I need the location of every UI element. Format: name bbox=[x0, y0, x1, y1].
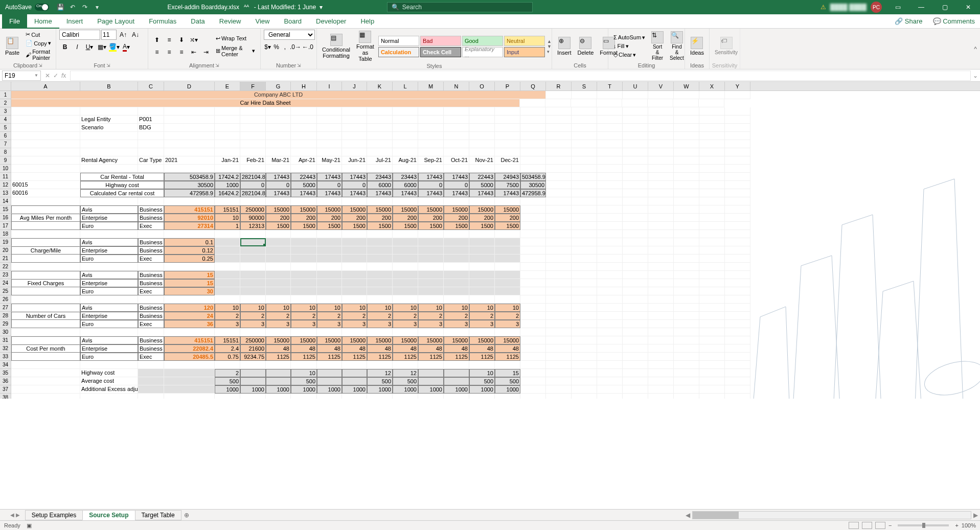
row-header-29[interactable]: 29 bbox=[0, 320, 11, 328]
zoom-out-icon[interactable]: − bbox=[888, 522, 892, 528]
modified-dropdown-icon[interactable]: ▾ bbox=[320, 4, 323, 11]
font-color-button[interactable]: A▾ bbox=[121, 42, 132, 52]
row-header-15[interactable]: 15 bbox=[0, 205, 11, 214]
row-header-25[interactable]: 25 bbox=[0, 287, 11, 295]
sheet-nav-icons[interactable]: ◀ ▶ bbox=[10, 512, 20, 518]
spreadsheet-grid[interactable]: ABCDEFGHIJKLMNOPQRSTUVWXY 1Company ABC L… bbox=[0, 82, 980, 399]
orientation-icon[interactable]: ⤭▾ bbox=[188, 35, 199, 45]
sheet-tab-setup-examples[interactable]: Setup Examples bbox=[25, 510, 83, 520]
wrap-text-button[interactable]: ↩Wrap Text bbox=[214, 35, 257, 42]
col-header-F[interactable]: F bbox=[240, 82, 266, 90]
tab-review[interactable]: Review bbox=[212, 14, 248, 29]
row-header-2[interactable]: 2 bbox=[0, 99, 11, 107]
borders-button[interactable]: ▦▾ bbox=[96, 42, 107, 52]
row-header-30[interactable]: 30 bbox=[0, 328, 11, 336]
paste-button[interactable]: 📋Paste bbox=[3, 36, 21, 57]
styles-down-icon[interactable]: ▼ bbox=[547, 44, 552, 49]
row-header-14[interactable]: 14 bbox=[0, 197, 11, 205]
find-select-button[interactable]: 🔍Find & Select bbox=[668, 30, 686, 62]
col-header-M[interactable]: M bbox=[418, 82, 444, 90]
row-header-34[interactable]: 34 bbox=[0, 361, 11, 369]
row-header-21[interactable]: 21 bbox=[0, 255, 11, 263]
maximize-icon[interactable]: ▢ bbox=[933, 0, 956, 14]
font-name-select[interactable] bbox=[59, 30, 100, 40]
row-header-10[interactable]: 10 bbox=[0, 165, 11, 173]
merge-center-button[interactable]: ⊞Merge & Center ▾ bbox=[214, 44, 257, 58]
row-header-35[interactable]: 35 bbox=[0, 369, 11, 377]
tab-file[interactable]: File bbox=[2, 14, 27, 29]
col-header-S[interactable]: S bbox=[572, 82, 597, 90]
col-header-U[interactable]: U bbox=[623, 82, 648, 90]
warning-icon[interactable]: ⚠ bbox=[821, 4, 826, 11]
clear-button[interactable]: ◇ Clear ▾ bbox=[611, 51, 647, 59]
alignment-launcher[interactable]: ⇲ bbox=[215, 63, 219, 68]
comma-icon[interactable]: , bbox=[281, 42, 289, 52]
col-header-G[interactable]: G bbox=[266, 82, 291, 90]
align-top-icon[interactable]: ⬆ bbox=[151, 35, 163, 45]
row-header-6[interactable]: 6 bbox=[0, 132, 11, 140]
comments-button[interactable]: 💬 Comments bbox=[928, 17, 980, 25]
inc-decimal-icon[interactable]: .0→ bbox=[290, 42, 301, 52]
format-as-table-button[interactable]: ▦Format as Table bbox=[354, 30, 376, 63]
align-left-icon[interactable]: ≡ bbox=[151, 47, 163, 57]
undo-icon[interactable]: ↶ bbox=[67, 2, 78, 12]
tab-developer[interactable]: Developer bbox=[309, 14, 353, 29]
row-header-36[interactable]: 36 bbox=[0, 377, 11, 385]
row-header-33[interactable]: 33 bbox=[0, 353, 11, 361]
formula-input[interactable] bbox=[70, 71, 971, 81]
sheet-tab-target-table[interactable]: Target Table bbox=[135, 510, 181, 520]
font-size-select[interactable] bbox=[101, 30, 117, 40]
row-header-13[interactable]: 13 bbox=[0, 189, 11, 197]
tab-data[interactable]: Data bbox=[184, 14, 212, 29]
col-header-D[interactable]: D bbox=[164, 82, 215, 90]
col-header-N[interactable]: N bbox=[444, 82, 469, 90]
tab-view[interactable]: View bbox=[248, 14, 277, 29]
expand-formula-icon[interactable]: ⌄ bbox=[971, 72, 980, 79]
delete-cells-button[interactable]: ⊖Delete bbox=[576, 36, 596, 57]
fill-color-button[interactable]: 🪣▾ bbox=[108, 42, 120, 52]
align-middle-icon[interactable]: ≡ bbox=[164, 35, 175, 45]
col-header-V[interactable]: V bbox=[648, 82, 674, 90]
clipboard-launcher[interactable]: ⇲ bbox=[38, 63, 42, 68]
accounting-icon[interactable]: $▾ bbox=[264, 42, 271, 52]
style-neutral[interactable]: Neutral bbox=[504, 36, 545, 46]
row-header-20[interactable]: 20 bbox=[0, 246, 11, 255]
col-header-X[interactable]: X bbox=[699, 82, 725, 90]
row-header-16[interactable]: 16 bbox=[0, 214, 11, 222]
row-header-18[interactable]: 18 bbox=[0, 230, 11, 238]
col-header-W[interactable]: W bbox=[674, 82, 699, 90]
number-launcher[interactable]: ⇲ bbox=[297, 63, 301, 68]
autosave-toggle[interactable]: AutoSave On bbox=[0, 4, 54, 11]
tab-formulas[interactable]: Formulas bbox=[142, 14, 184, 29]
col-header-H[interactable]: H bbox=[291, 82, 317, 90]
align-center-icon[interactable]: ≡ bbox=[164, 47, 175, 57]
user-avatar[interactable]: PC bbox=[871, 2, 882, 13]
col-header-T[interactable]: T bbox=[597, 82, 623, 90]
row-header-5[interactable]: 5 bbox=[0, 124, 11, 132]
zoom-in-icon[interactable]: + bbox=[955, 522, 958, 528]
col-header-C[interactable]: C bbox=[138, 82, 164, 90]
conditional-formatting-button[interactable]: ▤Conditional Formatting bbox=[320, 33, 352, 60]
col-header-J[interactable]: J bbox=[342, 82, 367, 90]
collapse-ribbon-icon[interactable]: ^ bbox=[971, 29, 980, 69]
grow-font-icon[interactable]: A↑ bbox=[118, 30, 129, 40]
underline-button[interactable]: U▾ bbox=[84, 42, 95, 52]
view-normal-icon[interactable] bbox=[849, 522, 859, 529]
horizontal-scrollbar[interactable]: ◀ ▶ bbox=[683, 511, 980, 519]
selected-cell[interactable] bbox=[240, 238, 266, 246]
row-header-31[interactable]: 31 bbox=[0, 336, 11, 344]
align-right-icon[interactable]: ≡ bbox=[176, 47, 187, 57]
qat-dropdown-icon[interactable]: ▾ bbox=[92, 2, 102, 12]
tab-home[interactable]: Home bbox=[27, 14, 59, 29]
styles-more-icon[interactable]: ▾ bbox=[547, 49, 552, 54]
search-box[interactable]: 🔍 Search bbox=[387, 2, 533, 12]
tab-insert[interactable]: Insert bbox=[59, 14, 90, 29]
row-header-23[interactable]: 23 bbox=[0, 271, 11, 279]
minimize-icon[interactable]: — bbox=[909, 0, 933, 14]
row-header-22[interactable]: 22 bbox=[0, 263, 11, 271]
col-header-O[interactable]: O bbox=[469, 82, 495, 90]
row-header-24[interactable]: 24 bbox=[0, 279, 11, 287]
autosum-button[interactable]: Σ AutoSum ▾ bbox=[611, 34, 647, 41]
style-check-cell[interactable]: Check Cell bbox=[420, 47, 461, 57]
close-icon[interactable]: ✕ bbox=[956, 0, 980, 14]
